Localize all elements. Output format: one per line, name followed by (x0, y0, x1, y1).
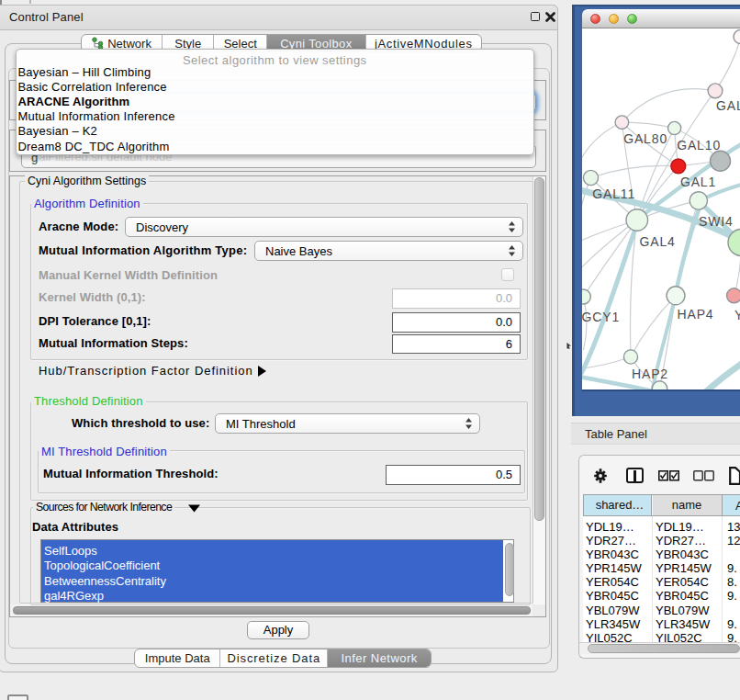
svg-text:GAL1: GAL1 (679, 175, 715, 189)
svg-text:GAL10: GAL10 (677, 138, 721, 152)
svg-text:GAL80: GAL80 (623, 131, 667, 146)
svg-text:GAL7: GAL7 (716, 98, 740, 113)
svg-text:GAL11: GAL11 (592, 186, 635, 201)
svg-text:HAP2: HAP2 (632, 367, 668, 381)
svg-text:GAL4: GAL4 (639, 234, 675, 249)
svg-text:Y: Y (734, 308, 740, 322)
svg-text:GCY1: GCY1 (582, 310, 620, 324)
svg-text:HAP4: HAP4 (677, 307, 713, 322)
svg-text:SWI4: SWI4 (699, 214, 734, 229)
